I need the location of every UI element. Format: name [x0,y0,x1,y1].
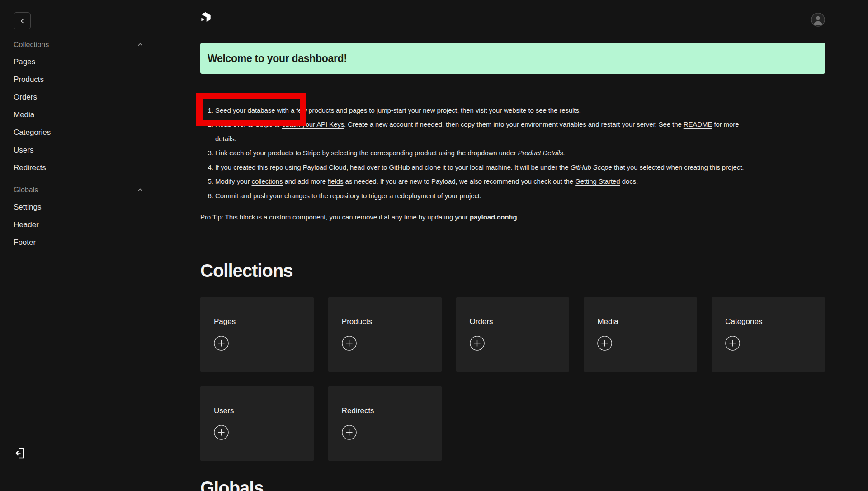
logout-icon [14,447,26,459]
text-segment: to Stripe by selecting the corresponding… [293,149,518,157]
step-item: Modify your collections and add more fie… [215,174,825,189]
inline-link[interactable]: README [684,120,712,128]
collapse-sidebar-button[interactable] [14,12,31,29]
text-segment: that you selected when creating this pro… [612,163,744,171]
text-segment: as needed. If you are new to Payload, we… [343,177,575,185]
text-segment: to see the results. [526,106,581,114]
create-redirects-button[interactable] [342,425,357,440]
card-link-users[interactable]: Users [214,406,234,415]
text-segment: Pro Tip: This block is a [200,213,269,221]
card-pages: Pages [200,297,314,372]
pro-tip: Pro Tip: This block is a custom componen… [200,210,825,224]
text-segment: If you created this repo using Payload C… [215,163,571,171]
card-link-products[interactable]: Products [342,317,372,326]
chevron-up-icon [137,42,143,48]
create-media-button[interactable] [597,336,612,351]
sidebar-item-settings[interactable]: Settings [14,198,143,216]
text-segment: Commit and push your changes to the repo… [215,192,481,200]
step-item: If you created this repo using Payload C… [215,160,825,175]
card-link-categories[interactable]: Categories [725,317,762,326]
collections-nav-list: Pages Products Orders Media Categories U… [14,53,143,176]
step-item: Seed your database with a few products a… [215,103,825,118]
card-users: Users [200,386,314,461]
globals-nav-list: Settings Header Footer [14,198,143,251]
card-link-pages[interactable]: Pages [214,317,236,326]
text-segment: . Create a new account if needed, then c… [344,120,684,128]
welcome-banner-text: Welcome to your dashboard! [208,52,347,65]
plus-icon [342,336,357,351]
intro-text: Here’s what to do next: [200,89,825,103]
text-segment: GitHub Scope [571,163,612,171]
sidebar-nav: Collections Pages Products Orders Media … [0,40,157,251]
text-segment: , you can remove it at any time by updat… [326,213,470,221]
text-segment: Head over to Stripe to [215,120,282,128]
account-avatar[interactable] [811,13,825,27]
create-products-button[interactable] [342,336,357,351]
step-item: Link each of your products to Stripe by … [215,146,825,160]
collections-section-toggle[interactable]: Collections [14,40,143,49]
main-content: Welcome to your dashboard! Here’s what t… [158,0,868,491]
card-products: Products [328,297,442,372]
create-categories-button[interactable] [725,336,740,351]
text-segment: . [517,213,519,221]
section-label: Collections [14,41,49,49]
payload-logo[interactable] [200,12,211,23]
card-media: Media [584,297,697,372]
section-label: Globals [14,186,38,194]
card-link-media[interactable]: Media [597,317,618,326]
plus-icon [214,425,229,440]
create-users-button[interactable] [214,425,229,440]
text-segment: payload.config [470,213,517,221]
inline-link[interactable]: Seed your database [215,106,275,114]
step-item: Head over to Stripe to obtain your API K… [215,117,825,146]
text-segment: Product Details. [518,149,565,157]
inline-link[interactable]: Link each of your products [215,149,293,157]
sidebar-item-orders[interactable]: Orders [14,88,143,106]
collections-heading: Collections [200,261,825,281]
step-item: Commit and push your changes to the repo… [215,189,825,203]
text-segment: details. [215,135,236,143]
plus-icon [470,336,485,351]
sidebar-item-products[interactable]: Products [14,71,143,88]
inline-link[interactable]: visit your website [476,106,526,114]
sidebar-item-redirects[interactable]: Redirects [14,159,143,176]
card-redirects: Redirects [328,386,442,461]
collections-grid: Pages Products Orders [200,297,825,461]
text-segment: docs. [620,177,638,185]
plus-icon [342,425,357,440]
chevron-up-icon [137,187,143,193]
text-segment: Modify your [215,177,252,185]
inline-link[interactable]: Getting Started [575,177,620,185]
logout-button[interactable] [14,447,26,459]
topbar [200,12,825,27]
card-link-orders[interactable]: Orders [470,317,493,326]
inline-link[interactable]: custom component [269,213,326,221]
sidebar-item-header[interactable]: Header [14,216,143,234]
inline-link[interactable]: collections [252,177,283,185]
plus-icon [214,336,229,351]
inline-link[interactable]: obtain your API Keys [282,120,344,128]
app-root: Collections Pages Products Orders Media … [0,0,868,491]
welcome-banner: Welcome to your dashboard! [200,43,825,74]
sidebar-item-pages[interactable]: Pages [14,53,143,71]
text-segment: with a few products and pages to jump-st… [275,106,475,114]
plus-icon [725,336,740,351]
text-segment: for more [712,120,739,128]
sidebar-item-footer[interactable]: Footer [14,234,143,251]
card-link-redirects[interactable]: Redirects [342,406,374,415]
payload-logo-icon [200,12,211,23]
sidebar-item-users[interactable]: Users [14,141,143,159]
globals-section-toggle[interactable]: Globals [14,186,143,195]
globals-heading: Globals [200,478,825,491]
inline-link[interactable]: fields [328,177,343,185]
card-orders: Orders [456,297,570,372]
sidebar: Collections Pages Products Orders Media … [0,0,157,491]
chevron-left-icon [19,18,26,24]
nav-group-collections: Collections Pages Products Orders Media … [14,40,143,176]
text-segment: and add more [283,177,328,185]
nav-group-globals: Globals Settings Header Footer [14,186,143,251]
sidebar-item-media[interactable]: Media [14,106,143,124]
create-orders-button[interactable] [470,336,485,351]
create-pages-button[interactable] [214,336,229,351]
sidebar-item-categories[interactable]: Categories [14,124,143,141]
